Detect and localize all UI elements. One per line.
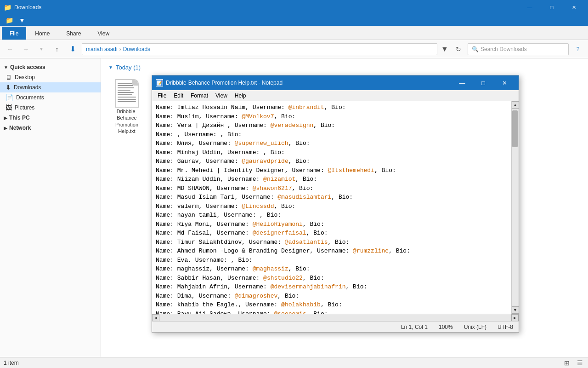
notepad-line-ending: Unix (LF) [464,324,486,330]
hscroll-track[interactable] [159,314,511,322]
today-section-label: Today (1) [116,64,141,71]
nav-downloads-label: Downloads [14,84,41,91]
nav-pictures-label: Pictures [15,104,34,111]
back-button[interactable]: ← [4,43,17,56]
view-large-icon-button[interactable]: ⊞ [562,358,571,368]
notepad-horizontal-scrollbar: ◄ ► [152,314,519,321]
notepad-minimize-button[interactable]: — [452,75,473,90]
status-right: ⊞ ☰ [562,358,584,368]
notepad-title-bar: 📝 Dribbble-Behance Promotion Help.txt - … [152,75,519,90]
file-item-txt[interactable]: Dribbble-Behance Promotion Help.txt [108,76,145,137]
quick-access-label: Quick access [10,64,45,70]
address-bar: ← → ▼ ↑ ⬇ mariah asadi › Downloads ▼ ↻ 🔍… [0,40,588,58]
explorer-window-controls: — □ ✕ [519,0,584,15]
nav-item-documents[interactable]: 📄 Documents [0,92,101,103]
notepad-title-text: Dribbble-Behance Promotion Help.txt - No… [166,80,452,86]
notepad-menu-format[interactable]: Format [187,92,212,100]
notepad-encoding: UTF-8 [498,324,513,330]
nav-desktop-label: Desktop [15,74,35,80]
notepad-position: Ln 1, Col 1 [401,324,428,330]
notepad-title-icon: 📝 [156,79,163,86]
notepad-vertical-scrollbar: ▲ ▼ [511,101,519,314]
pictures-icon: 🖼 [6,104,12,111]
notepad-menu-bar: File Edit Format View Help [152,90,519,101]
notepad-close-button[interactable]: ✕ [494,75,515,90]
view-list-button[interactable]: ☰ [575,358,584,368]
nav-group-quick-access[interactable]: ▼ Quick access [0,62,101,72]
file-name-txt: Dribbble-Behance Promotion Help.txt [111,108,143,134]
notepad-status-bar: Ln 1, Col 1 100% Unix (LF) UTF-8 [152,321,519,332]
notepad-maximize-button[interactable]: □ [473,75,494,90]
nav-item-pictures[interactable]: 🖼 Pictures [0,103,101,113]
section-header-today[interactable]: ▼ Today (1) [108,64,581,71]
left-nav-panel: ▼ Quick access 🖥 Desktop ⬇ Downloads 📄 D… [0,58,101,357]
status-bar: 1 item ⊞ ☰ [0,357,588,368]
nav-item-downloads[interactable]: ⬇ Downloads [0,82,101,92]
explorer-maximize-button[interactable]: □ [541,0,562,15]
search-placeholder: Search Downloads [481,46,527,52]
nav-group-network[interactable]: ▶ Network [0,123,101,133]
notepad-menu-file[interactable]: File [154,92,170,100]
notepad-menu-view[interactable]: View [212,92,231,100]
ribbon: File Home Share View [0,26,588,40]
notepad-text[interactable]: Name: Imtiaz Hossain Naim, Username: @in… [152,101,511,314]
address-dropdown-button[interactable]: ▼ [440,43,449,55]
notepad-menu-help[interactable]: Help [231,92,250,100]
item-count-label: 1 item [4,360,19,366]
tab-view[interactable]: View [90,27,117,40]
hscroll-right-button[interactable]: ► [511,314,519,322]
network-arrow: ▶ [4,126,7,131]
notepad-menu-edit[interactable]: Edit [170,92,187,100]
explorer-title-icon: 📁 [4,4,11,11]
scrollbar-up-button[interactable]: ▲ [512,101,519,109]
help-button[interactable]: ? [571,43,584,56]
notepad-zoom: 100% [439,324,453,330]
explorer-close-button[interactable]: ✕ [563,0,584,15]
quick-access-folder-icon[interactable]: 📁 [4,16,15,25]
recent-button[interactable]: ▼ [35,43,48,56]
up-button[interactable]: ↑ [51,43,63,56]
explorer-title-bar: 📁 Downloads — □ ✕ [0,0,588,15]
forward-button[interactable]: → [19,43,32,56]
search-box[interactable]: 🔍 Search Downloads [468,43,569,55]
documents-icon: 📄 [6,94,13,101]
scrollbar-thumb[interactable] [512,110,518,147]
quick-access-arrow: ▼ [4,65,8,70]
nav-item-desktop[interactable]: 🖥 Desktop [0,72,101,82]
explorer-title-text: Downloads [14,4,519,11]
path-separator: › [119,46,121,52]
today-arrow-icon: ▼ [108,65,113,70]
explorer-minimize-button[interactable]: — [519,0,540,15]
address-path[interactable]: mariah asadi › Downloads [82,43,437,55]
notepad-content-area: Name: Imtiaz Hossain Naim, Username: @in… [152,101,519,314]
ribbon-tabs: File Home Share View [0,26,588,40]
search-icon: 🔍 [472,46,479,52]
refresh-button[interactable]: ↻ [452,43,465,56]
quick-access-dropdown[interactable]: ▼ [17,16,27,25]
path-user[interactable]: mariah asadi [86,46,118,52]
this-pc-arrow: ▶ [4,115,7,121]
desktop-icon: 🖥 [6,74,12,81]
notepad-window: 📝 Dribbble-Behance Promotion Help.txt - … [152,75,519,333]
tab-file[interactable]: File [2,27,26,40]
network-label: Network [9,125,31,131]
scrollbar-track[interactable] [512,109,519,306]
downloads-nav-icon: ⬇ [66,43,79,56]
tab-share[interactable]: Share [58,27,89,40]
downloads-icon: ⬇ [6,84,11,91]
notepad-window-controls: — □ ✕ [452,75,515,90]
file-icon-txt [113,79,141,108]
hscroll-left-button[interactable]: ◄ [152,314,159,322]
nav-group-this-pc[interactable]: ▶ This PC [0,113,101,123]
nav-documents-label: Documents [16,94,44,101]
scrollbar-down-button[interactable]: ▼ [512,306,519,314]
this-pc-label: This PC [9,115,30,121]
quick-access-toolbar: 📁 ▼ [0,15,588,26]
path-downloads[interactable]: Downloads [123,46,150,52]
tab-home[interactable]: Home [27,27,57,40]
